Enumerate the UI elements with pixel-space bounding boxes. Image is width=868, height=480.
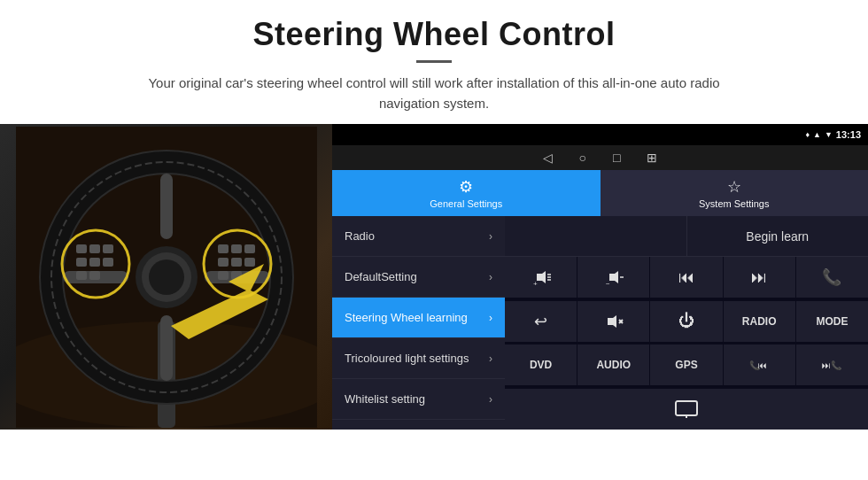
android-panel: ♦ ▲ ▼ 13:13 ◁ ○ □ ⊞ ⚙ General Settings ☆… <box>332 124 868 430</box>
svg-rect-29 <box>218 271 229 280</box>
panel-content: Radio › DefaultSetting › Steering Wheel … <box>332 216 868 430</box>
menu-button[interactable]: ⊞ <box>647 151 657 165</box>
call-end-button[interactable]: ↩ <box>505 301 577 342</box>
svg-rect-28 <box>244 258 255 267</box>
begin-learn-row: Begin learn <box>505 216 868 257</box>
svg-text:⏭: ⏭ <box>822 360 831 370</box>
dvd-button[interactable]: DVD <box>505 345 577 385</box>
chevron-right-icon: › <box>489 393 492 406</box>
controls-grid-row3: DVD AUDIO GPS 📞⏮ ⏭📞 <box>505 345 868 389</box>
svg-rect-17 <box>76 258 87 267</box>
header-section: Steering Wheel Control Your original car… <box>0 0 868 124</box>
gps-button[interactable]: GPS <box>650 345 722 385</box>
system-settings-icon: ☆ <box>727 177 741 197</box>
svg-text:📞: 📞 <box>831 360 841 371</box>
svg-marker-37 <box>609 271 618 283</box>
chevron-right-icon: › <box>489 352 492 365</box>
controls-grid-row2: ↩ ⏻ RADIO MODE <box>505 301 868 345</box>
svg-rect-24 <box>231 244 242 253</box>
svg-text:−: − <box>606 280 610 287</box>
menu-item-tricoloured-label: Tricoloured light settings <box>345 352 469 365</box>
svg-text:+: + <box>533 280 538 287</box>
location-icon: ♦ <box>805 130 810 139</box>
input-field[interactable] <box>505 216 687 256</box>
chevron-right-icon: › <box>489 230 492 243</box>
menu-item-default-label: DefaultSetting <box>345 270 417 283</box>
svg-text:⏮: ⏮ <box>758 360 767 370</box>
phone-next-button[interactable]: ⏭📞 <box>796 345 868 385</box>
chevron-right-icon: › <box>489 271 492 283</box>
steering-wheel-image <box>16 127 317 428</box>
title-divider <box>416 60 452 63</box>
tab-system-settings[interactable]: ☆ System Settings <box>601 170 869 216</box>
extra-row <box>505 389 868 430</box>
audio-button[interactable]: AUDIO <box>577 345 649 385</box>
page-title: Steering Wheel Control <box>18 16 850 53</box>
menu-item-whitelist[interactable]: Whitelist setting › <box>332 379 505 420</box>
svg-rect-18 <box>89 258 100 267</box>
svg-rect-21 <box>89 271 100 280</box>
phone-button[interactable]: 📞 <box>796 257 868 298</box>
svg-rect-19 <box>103 258 113 267</box>
radio-button[interactable]: RADIO <box>724 301 795 342</box>
chevron-right-icon: › <box>489 312 492 324</box>
page-subtitle: Your original car's steering wheel contr… <box>124 74 744 113</box>
menu-item-steering-label: Steering Wheel learning <box>345 311 468 324</box>
back-button[interactable]: ◁ <box>543 151 553 165</box>
tab-bar: ⚙ General Settings ☆ System Settings <box>332 170 868 216</box>
left-menu: Radio › DefaultSetting › Steering Wheel … <box>332 216 505 430</box>
svg-rect-26 <box>218 258 229 267</box>
volume-down-button[interactable]: − <box>577 257 649 298</box>
svg-rect-27 <box>231 258 242 267</box>
main-content: ♦ ▲ ▼ 13:13 ◁ ○ □ ⊞ ⚙ General Settings ☆… <box>0 124 868 430</box>
svg-marker-32 <box>537 271 546 283</box>
menu-item-steering-wheel[interactable]: Steering Wheel learning › <box>332 298 505 338</box>
svg-point-12 <box>149 259 184 295</box>
power-button[interactable]: ⏻ <box>650 301 722 342</box>
right-controls: Begin learn + − ⏮ ⏭ 📞 ↩ <box>505 216 868 430</box>
menu-item-tricoloured[interactable]: Tricoloured light settings › <box>332 338 505 379</box>
svg-rect-23 <box>218 244 229 253</box>
controls-grid-row1: + − ⏮ ⏭ 📞 <box>505 257 868 301</box>
wifi-icon: ▼ <box>825 130 833 139</box>
car-image-panel <box>0 124 332 430</box>
screen-button[interactable] <box>505 389 868 430</box>
menu-item-whitelist-label: Whitelist setting <box>345 392 425 406</box>
svg-marker-40 <box>608 315 616 328</box>
menu-item-default-setting[interactable]: DefaultSetting › <box>332 257 505 298</box>
svg-rect-47 <box>676 401 697 415</box>
prev-track-button[interactable]: ⏮ <box>650 257 722 298</box>
status-time: 13:13 <box>836 129 861 140</box>
svg-rect-20 <box>76 271 87 280</box>
nav-bar: ◁ ○ □ ⊞ <box>332 145 868 170</box>
menu-item-radio-label: Radio <box>345 229 375 243</box>
home-button[interactable]: ○ <box>579 151 586 165</box>
menu-item-radio[interactable]: Radio › <box>332 216 505 257</box>
volume-up-button[interactable]: + <box>505 257 577 298</box>
svg-rect-14 <box>76 244 87 253</box>
recents-button[interactable]: □ <box>613 151 620 165</box>
tab-general-settings[interactable]: ⚙ General Settings <box>332 170 601 216</box>
status-bar: ♦ ▲ ▼ 13:13 <box>332 124 868 145</box>
general-settings-label: General Settings <box>430 198 502 209</box>
svg-rect-16 <box>103 244 113 253</box>
phone-prev-button[interactable]: 📞⏮ <box>724 345 795 385</box>
next-track-button[interactable]: ⏭ <box>724 257 795 298</box>
mute-button[interactable] <box>577 301 649 342</box>
mode-button[interactable]: MODE <box>796 301 868 342</box>
svg-rect-15 <box>89 244 100 253</box>
general-settings-icon: ⚙ <box>459 177 473 197</box>
svg-rect-25 <box>244 244 255 253</box>
system-settings-label: System Settings <box>699 198 769 209</box>
signal-icon: ▲ <box>813 130 821 139</box>
begin-learn-button[interactable]: Begin learn <box>687 216 869 256</box>
